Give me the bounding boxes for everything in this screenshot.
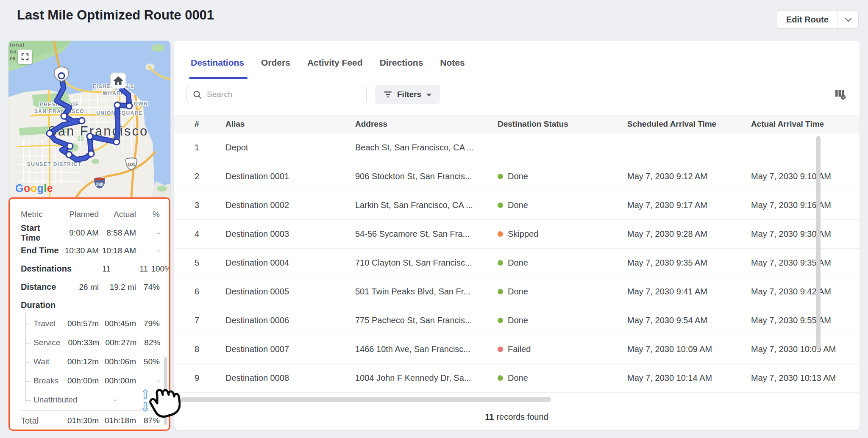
- tab[interactable]: Activity Feed: [306, 58, 364, 79]
- row-address: 54-56 Sycamore St, San Fra...: [355, 229, 498, 239]
- col-address[interactable]: Address: [355, 119, 498, 129]
- metric-label: Travel: [21, 319, 60, 328]
- tab[interactable]: Orders: [260, 58, 291, 79]
- row-actual-time: May 7, 2030 9:55 AM: [751, 316, 860, 325]
- row-scheduled-time: May 7, 2030 10:09 AM: [627, 344, 751, 354]
- table-row[interactable]: 1 Depot Beach St, San Francisco, CA ...: [174, 133, 860, 162]
- row-status: Skipped: [498, 229, 627, 239]
- row-alias: Depot: [225, 143, 355, 152]
- metrics-col-actual: Actual: [99, 210, 136, 219]
- row-address: Larkin St, San Francisco, CA ...: [355, 200, 498, 210]
- metrics-row: Start Time 9:00 AM 8:58 AM -: [21, 223, 160, 241]
- scroll-indicator[interactable]: ⇧ ⇩: [140, 388, 150, 413]
- table-row[interactable]: 8 Destination 0007 1466 10th Ave, San Fr…: [174, 335, 860, 364]
- tab-bar: DestinationsOrdersActivity FeedDirection…: [174, 41, 860, 79]
- depot-marker[interactable]: [111, 73, 126, 91]
- metrics-subrow: Breaks 00h:00m 00h:00m -: [21, 371, 160, 390]
- row-alias: Destination 0006: [225, 316, 355, 325]
- route-detail-page: Last Mile Optimized Route 0001 Edit Rout…: [0, 0, 868, 438]
- column-settings-button[interactable]: [832, 86, 849, 103]
- table-toolbar: Filters: [174, 85, 860, 104]
- metrics-scrollbar[interactable]: [164, 357, 167, 425]
- table-row[interactable]: 2 Destination 0001 906 Stockton St, San …: [174, 162, 860, 191]
- metrics-row: Destinations 11 11 100%: [21, 260, 160, 278]
- row-alias: Destination 0003: [225, 229, 355, 239]
- table-row[interactable]: 9 Destination 0008 1004 John F Kennedy D…: [174, 364, 860, 393]
- table-row[interactable]: 5 Destination 0004 710 Clayton St, San F…: [174, 249, 860, 277]
- metrics-row: Distance 26 mi 19.2 mi 74%: [21, 278, 160, 296]
- table-row[interactable]: 7 Destination 0006 775 Pacheco St, San F…: [174, 306, 860, 335]
- row-number: 9: [195, 373, 225, 383]
- page-title: Last Mile Optimized Route 0001: [17, 8, 214, 23]
- row-status: Done: [498, 316, 627, 325]
- metric-label: Distance: [21, 282, 60, 292]
- route-map[interactable]: FISHERMAN'S WHARF PRESIDIO OF SAN FRANCI…: [8, 41, 170, 197]
- row-actual-time: May 7, 2030 9:16 AM: [751, 200, 860, 210]
- table-body: 1 Depot Beach St, San Francisco, CA ... …: [174, 133, 860, 393]
- table-horizontal-scrollbar[interactable]: [180, 397, 551, 402]
- row-actual-time: May 7, 2030 9:42 AM: [751, 287, 860, 297]
- filters-label: Filters: [397, 90, 421, 99]
- metric-pct: -: [136, 228, 160, 238]
- metric-label: End Time: [21, 246, 60, 255]
- status-label: Done: [508, 287, 528, 297]
- row-number: 7: [195, 316, 225, 325]
- metrics-duration-subrows: Travel 00h:57m 00h:45m 79% Service 00h:3…: [21, 314, 160, 409]
- col-scheduled[interactable]: Scheduled Arrival Time: [627, 119, 751, 129]
- row-scheduled-time: May 7, 2030 9:12 AM: [627, 172, 751, 181]
- row-address: Beach St, San Francisco, CA ...: [355, 143, 498, 152]
- table-row[interactable]: 6 Destination 0005 501 Twin Peaks Blvd, …: [174, 277, 860, 306]
- svg-text:SAN FRANCISCO: SAN FRANCISCO: [34, 108, 84, 114]
- metrics-subrow: Unattributed -: [21, 390, 160, 409]
- metrics-header-row: Metric Planned Actual %: [21, 205, 160, 223]
- search-input[interactable]: [207, 90, 360, 99]
- metrics-col-planned: Planned: [60, 210, 99, 219]
- edit-route-button[interactable]: Edit Route: [777, 11, 837, 28]
- col-alias[interactable]: Alias: [225, 119, 355, 129]
- table-row[interactable]: 4 Destination 0003 54-56 Sycamore St, Sa…: [174, 220, 860, 249]
- svg-text:101: 101: [128, 162, 135, 167]
- tab[interactable]: Directions: [379, 58, 424, 79]
- col-status[interactable]: Destination Status: [498, 119, 627, 129]
- metric-pct: 100%: [148, 264, 170, 274]
- row-address: 1004 John F Kennedy Dr, Sa...: [355, 373, 498, 383]
- metric-pct: -: [136, 246, 160, 255]
- edit-route-menu-button[interactable]: [838, 11, 858, 28]
- map-fullscreen-button[interactable]: [18, 50, 32, 64]
- tab[interactable]: Notes: [439, 58, 465, 79]
- search-icon: [193, 90, 202, 99]
- columns-gear-icon: [834, 88, 847, 101]
- row-actual-time: May 7, 2030 10:13 AM: [751, 373, 860, 383]
- col-actual[interactable]: Actual Arrival Time: [751, 119, 860, 129]
- metric-planned: 00h:00m: [60, 376, 99, 385]
- status-dot: [498, 347, 503, 352]
- row-number: 3: [195, 200, 225, 210]
- metric-planned: 00h:57m: [60, 319, 99, 328]
- filters-button[interactable]: Filters: [375, 85, 440, 104]
- col-number[interactable]: #: [195, 119, 225, 129]
- filter-icon: [384, 91, 392, 98]
- row-address: 1466 10th Ave, San Francisc...: [355, 344, 498, 354]
- row-status: Failed: [498, 344, 627, 354]
- metric-label: Unattributed: [21, 395, 78, 405]
- svg-text:280: 280: [96, 182, 103, 187]
- metric-pct: 50%: [136, 357, 160, 366]
- row-status: Done: [498, 373, 627, 383]
- status-dot: [498, 231, 503, 237]
- metric-actual: 10:18 AM: [99, 246, 136, 255]
- metrics-col-pct: %: [136, 210, 160, 219]
- row-scheduled-time: May 7, 2030 9:54 AM: [627, 316, 751, 325]
- records-found: 11 records found: [174, 404, 860, 430]
- metric-planned: 11: [72, 264, 111, 274]
- metrics-col-metric: Metric: [21, 210, 60, 219]
- row-alias: Destination 0008: [225, 373, 355, 383]
- metric-actual: 00h:06m: [99, 357, 136, 366]
- chevron-down-icon: [426, 94, 431, 97]
- table-row[interactable]: 3 Destination 0002 Larkin St, San Franci…: [174, 191, 860, 220]
- metric-planned: 00h:33m: [60, 338, 99, 347]
- metrics-subrow: Travel 00h:57m 00h:45m 79%: [21, 314, 160, 333]
- table-vertical-scrollbar[interactable]: [816, 136, 821, 350]
- status-dot: [498, 260, 503, 266]
- search-box[interactable]: [186, 85, 367, 104]
- tab[interactable]: Destinations: [190, 58, 245, 79]
